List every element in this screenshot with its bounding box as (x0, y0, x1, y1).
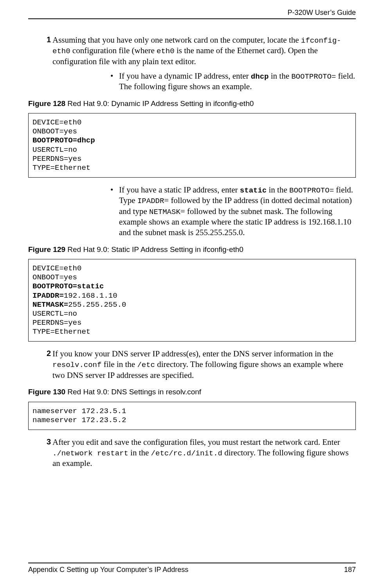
code-line: DEVICE=eth0 (32, 264, 81, 273)
inline-code: /etc/rc.d/init.d (151, 449, 222, 458)
bullet-static-ip: • If you have a static IP address, enter… (110, 185, 356, 238)
step-body: After you edit and save the configuratio… (52, 437, 356, 469)
bullet-body: If you have a static IP address, enter s… (119, 185, 356, 238)
inline-code: IPADDR (137, 197, 164, 205)
step-number: 3 (41, 437, 52, 469)
code-line: TYPE=Ethernet (32, 327, 90, 336)
text: in the (267, 185, 289, 194)
figure-130-caption: Figure 130 Red Hat 9.0: DNS Settings in … (28, 387, 356, 397)
code-line-bold: IPADDR= (32, 291, 64, 300)
text: If you have a static IP address, enter (119, 185, 240, 194)
figure-caption-text: Red Hat 9.0: DNS Settings in resolv.conf (67, 388, 201, 396)
code-line: 192.168.1.10 (64, 291, 117, 300)
step-body: If you know your DNS server IP address(e… (52, 349, 356, 380)
text: configuration file (where (70, 46, 157, 55)
figure-128-caption: Figure 128 Red Hat 9.0: Dynamic IP Addre… (28, 99, 356, 108)
code-box-128: DEVICE=eth0 ONBOOT=yes BOOTPROTO=dhcp US… (28, 113, 356, 178)
text: Assuming that you have only one network … (52, 35, 301, 45)
bullet-dynamic-ip: • If you have a dynamic IP address, ente… (110, 71, 356, 92)
figure-label: Figure 129 (28, 245, 67, 254)
figure-label: Figure 128 (28, 99, 67, 108)
figure-caption-text: Red Hat 9.0: Dynamic IP Address Setting … (67, 99, 254, 108)
step-2: 2 If you know your DNS server IP address… (41, 349, 356, 380)
step-number: 1 (41, 35, 52, 67)
inline-code: eth0 (157, 47, 175, 56)
inline-code: /etc (137, 361, 155, 369)
code-line: 255.255.255.0 (68, 300, 126, 309)
text: in the (269, 71, 291, 81)
figure-caption-text: Red Hat 9.0: Static IP Address Setting i… (67, 245, 243, 254)
step-1: 1 Assuming that you have only one networ… (41, 35, 356, 67)
code-line: nameserver 172.23.5.2 (32, 416, 126, 424)
text: file in the (101, 360, 137, 369)
bullet-body: If you have a dynamic IP address, enter … (119, 71, 356, 92)
page-header: P-320W User’s Guide (28, 0, 356, 19)
text: in the (128, 448, 151, 457)
text: If you know your DNS server IP address(e… (52, 349, 333, 358)
page-content: 1 Assuming that you have only one networ… (28, 19, 356, 469)
inline-code: BOOTPROTO= (289, 186, 334, 195)
code-box-130: nameserver 172.23.5.1 nameserver 172.23.… (28, 402, 356, 430)
step-3: 3 After you edit and save the configurat… (41, 437, 356, 469)
page-footer: Appendix C Setting up Your Computer’s IP… (28, 563, 356, 574)
figure-label: Figure 130 (28, 388, 67, 396)
page-number: 187 (344, 566, 356, 574)
step-number: 2 (41, 349, 52, 380)
inline-code: BOOTPROTO= (291, 72, 336, 81)
code-line: USERCTL=no (32, 309, 77, 318)
code-line: USERCTL=no (32, 146, 77, 154)
footer-left: Appendix C Setting up Your Computer’s IP… (28, 566, 188, 574)
inline-code: resolv.conf (52, 361, 101, 369)
code-line: PEERDNS=yes (32, 318, 81, 327)
code-line: nameserver 172.23.5.1 (32, 407, 126, 415)
code-line-bold: BOOTPROTO=dhcp (32, 136, 95, 145)
inline-code-bold: dhcp (251, 72, 269, 81)
code-line: DEVICE=eth0 (32, 118, 81, 127)
header-title: P-320W User’s Guide (288, 9, 356, 16)
text: After you edit and save the configuratio… (52, 437, 340, 447)
figure-129-caption: Figure 129 Red Hat 9.0: Static IP Addres… (28, 245, 356, 254)
text: If you have a dynamic IP address, enter (119, 71, 251, 81)
inline-code: ./network restart (52, 449, 128, 458)
code-line: PEERDNS=yes (32, 155, 81, 163)
bullet-marker: • (110, 71, 119, 92)
code-line: ONBOOT=yes (32, 273, 77, 282)
code-line-bold: BOOTPROTO=static (32, 282, 104, 291)
inline-code-bold: static (240, 186, 267, 195)
code-line: ONBOOT=yes (32, 127, 77, 136)
step-body: Assuming that you have only one network … (52, 35, 356, 67)
code-line-bold: NETMASK= (32, 300, 68, 309)
code-line: TYPE=Ethernet (32, 164, 90, 172)
inline-code: NETMASK (149, 208, 180, 216)
bullet-marker: • (110, 185, 119, 238)
code-box-129: DEVICE=eth0 ONBOOT=yes BOOTPROTO=static … (28, 259, 356, 342)
